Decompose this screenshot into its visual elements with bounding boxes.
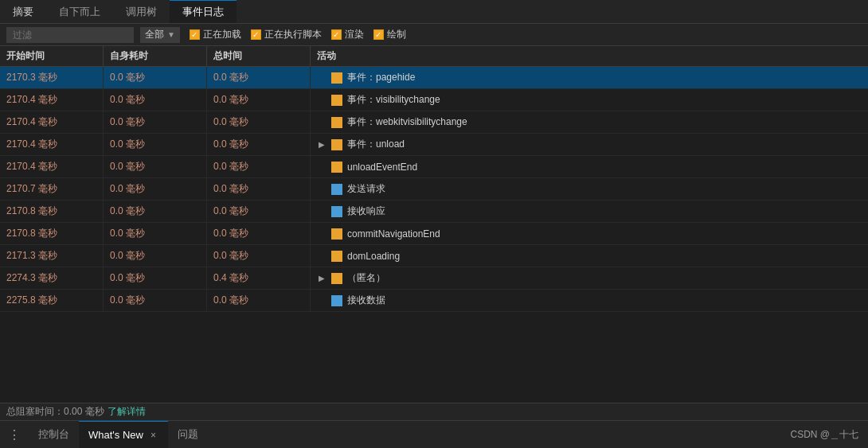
status-link[interactable]: 了解详情 [108,405,146,419]
cell-total-time: 0.0 毫秒 [207,245,311,267]
cell-start-time: 2275.8 毫秒 [0,290,104,311]
checkbox-scripting[interactable]: ✓ 正在执行脚本 [251,28,322,41]
checkbox-loading[interactable]: ✓ 正在加载 [190,28,241,41]
cell-self-time: 0.0 毫秒 [104,290,207,311]
checkbox-scripting-label: 正在执行脚本 [264,28,322,41]
cell-activity: domLoading [311,245,868,267]
checkbox-painting-label: 绘制 [387,28,406,41]
col-self-time: 自身耗时 [104,46,207,66]
cell-start-time: 2170.8 毫秒 [0,201,104,222]
cell-self-time: 0.0 毫秒 [104,201,207,222]
cell-start-time: 2170.4 毫秒 [0,89,104,111]
table-row[interactable]: 2170.8 毫秒0.0 毫秒0.0 毫秒接收响应 [0,201,868,223]
expand-arrow-icon[interactable]: ▶ [317,274,326,282]
cell-self-time: 0.0 毫秒 [104,89,207,111]
activity-label: （匿名） [347,271,385,285]
cell-start-time: 2170.8 毫秒 [0,223,104,244]
cell-self-time: 0.0 毫秒 [104,134,207,155]
activity-label: 事件：unload [347,138,405,151]
bottom-tab-issues-label: 问题 [178,427,198,442]
cell-start-time: 2171.3 毫秒 [0,245,104,267]
cell-start-time: 2274.3 毫秒 [0,267,104,289]
top-tab-bar: 摘要 自下而上 调用树 事件日志 [0,0,868,24]
checkbox-rendering-box: ✓ [331,29,342,40]
cell-self-time: 0.0 毫秒 [104,178,207,200]
activity-label: 事件：visibilitychange [347,93,440,107]
event-type-icon [331,273,342,284]
cell-activity: 事件：webkitvisibilitychange [311,111,868,133]
cell-activity: 事件：visibilitychange [311,89,868,111]
tab-summary[interactable]: 摘要 [0,0,46,23]
table-row[interactable]: 2170.4 毫秒0.0 毫秒0.0 毫秒事件：webkitvisibility… [0,111,868,134]
col-total-time: 总时间 [207,46,311,66]
event-type-icon [331,228,342,240]
tab-call-tree[interactable]: 调用树 [113,0,170,23]
filter-select-label: 全部 [145,28,164,41]
activity-label: 发送请求 [347,182,385,196]
tab-bottom-up[interactable]: 自下而上 [46,0,113,23]
bottom-tab-whats-new-label: What's New [88,429,143,441]
cell-activity: ▶事件：unload [311,134,868,155]
checkbox-loading-box: ✓ [190,29,200,40]
cell-total-time: 0.4 毫秒 [207,267,311,289]
cell-self-time: 0.0 毫秒 [104,245,207,267]
cell-self-time: 0.0 毫秒 [104,223,207,244]
chevron-down-icon: ▼ [167,30,175,39]
event-type-icon [331,139,342,150]
cell-activity: 接收响应 [311,201,868,222]
table-row[interactable]: 2275.8 毫秒0.0 毫秒0.0 毫秒接收数据 [0,290,868,312]
cell-self-time: 0.0 毫秒 [104,267,207,289]
checkbox-rendering-label: 渲染 [345,28,364,41]
cell-activity: commitNavigationEnd [311,223,868,244]
bottom-tab-issues[interactable]: 问题 [168,421,208,448]
cell-total-time: 0.0 毫秒 [207,290,311,311]
checkbox-scripting-box: ✓ [251,29,261,40]
filter-select[interactable]: 全部 ▼ [140,27,180,43]
cell-activity: ▶（匿名） [311,267,868,289]
col-activity: 活动 [311,46,868,66]
table-row[interactable]: 2170.4 毫秒0.0 毫秒0.0 毫秒事件：visibilitychange [0,89,868,111]
table-row[interactable]: 2274.3 毫秒0.0 毫秒0.4 毫秒▶（匿名） [0,267,868,290]
table-row[interactable]: 2170.8 毫秒0.0 毫秒0.0 毫秒commitNavigationEnd [0,223,868,245]
table-body: 2170.3 毫秒0.0 毫秒0.0 毫秒事件：pagehide2170.4 毫… [0,67,868,403]
event-type-icon [331,251,342,262]
event-type-icon [331,295,342,306]
activity-label: 接收数据 [347,294,385,307]
checkbox-rendering[interactable]: ✓ 渲染 [331,28,364,41]
activity-label: 事件：webkitvisibilitychange [347,115,467,129]
table-row[interactable]: 2170.4 毫秒0.0 毫秒0.0 毫秒▶事件：unload [0,134,868,156]
table-row[interactable]: 2170.4 毫秒0.0 毫秒0.0 毫秒unloadEventEnd [0,156,868,178]
col-start-time: 开始时间 [0,46,104,66]
checkbox-loading-label: 正在加载 [203,28,241,41]
table-row[interactable]: 2170.3 毫秒0.0 毫秒0.0 毫秒事件：pagehide [0,67,868,89]
bottom-bar: ⋮ 控制台 What's New × 问题 CSDN @＿十七 [0,420,868,448]
status-text: 总阻塞时间：0.00 毫秒 [6,405,104,419]
cell-total-time: 0.0 毫秒 [207,178,311,200]
activity-label: unloadEventEnd [347,162,417,173]
close-whats-new-button[interactable]: × [148,429,158,442]
event-type-icon [331,117,342,128]
cell-total-time: 0.0 毫秒 [207,134,311,155]
checkbox-painting[interactable]: ✓ 绘制 [373,28,406,41]
event-type-icon [331,72,342,84]
filter-input[interactable] [6,27,134,43]
bottom-tab-console[interactable]: 控制台 [29,421,79,448]
bottom-tab-console-label: 控制台 [38,427,69,442]
tab-event-log[interactable]: 事件日志 [170,0,237,23]
cell-start-time: 2170.4 毫秒 [0,134,104,155]
bottom-tab-whats-new[interactable]: What's New × [79,421,168,448]
table-row[interactable]: 2170.7 毫秒0.0 毫秒0.0 毫秒发送请求 [0,178,868,201]
cell-self-time: 0.0 毫秒 [104,111,207,133]
expand-arrow-icon[interactable]: ▶ [317,140,326,149]
activity-label: 事件：pagehide [347,71,415,84]
status-bar: 总阻塞时间：0.00 毫秒 了解详情 [0,403,868,420]
activity-label: commitNavigationEnd [347,228,440,240]
cell-activity: 发送请求 [311,178,868,200]
bottom-dots-icon[interactable]: ⋮ [0,427,29,442]
cell-self-time: 0.0 毫秒 [104,156,207,177]
event-type-icon [331,206,342,217]
activity-label: domLoading [347,251,400,262]
cell-total-time: 0.0 毫秒 [207,67,311,88]
table-row[interactable]: 2171.3 毫秒0.0 毫秒0.0 毫秒domLoading [0,245,868,267]
cell-start-time: 2170.3 毫秒 [0,67,104,88]
